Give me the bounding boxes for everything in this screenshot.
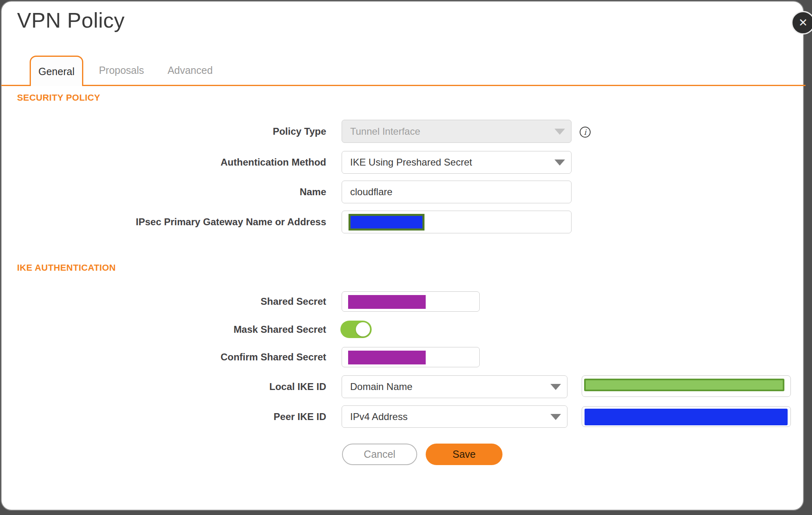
mask-shared-secret-toggle[interactable] — [340, 321, 372, 338]
name-value: cloudflare — [350, 186, 392, 198]
policy-type-label: Policy Type — [57, 120, 326, 143]
save-button[interactable]: Save — [426, 444, 502, 465]
mask-shared-secret-label: Mask Shared Secret — [57, 321, 326, 338]
close-icon: ✕ — [799, 16, 808, 29]
chevron-down-icon — [554, 129, 565, 135]
cancel-button-label: Cancel — [364, 448, 396, 460]
info-icon[interactable]: i — [580, 127, 591, 138]
peer-ike-id-label: Peer IKE ID — [57, 405, 326, 428]
tab-general[interactable]: General — [30, 56, 83, 86]
shared-secret-input[interactable] — [342, 291, 480, 312]
peer-ike-id-select[interactable]: IPv4 Address — [342, 405, 567, 428]
section-ike-authentication: IKE AUTHENTICATION — [17, 263, 116, 273]
gateway-label: IPsec Primary Gateway Name or Address — [57, 211, 326, 233]
shared-secret-label: Shared Secret — [57, 291, 326, 312]
peer-ike-id-value: IPv4 Address — [350, 411, 407, 422]
peer-ike-id-redaction-box — [585, 409, 788, 425]
confirm-shared-secret-input[interactable] — [342, 347, 480, 367]
name-label: Name — [57, 181, 326, 203]
local-ike-id-value: Domain Name — [350, 381, 412, 392]
chevron-down-icon — [554, 159, 565, 166]
confirm-shared-secret-label: Confirm Shared Secret — [57, 347, 326, 367]
tab-proposals-label: Proposals — [99, 65, 144, 76]
local-ike-id-redaction-box — [584, 379, 784, 391]
page-title: VPN Policy — [17, 8, 125, 32]
local-ike-id-label: Local IKE ID — [57, 375, 326, 398]
chevron-down-icon — [550, 414, 561, 420]
close-button[interactable]: ✕ — [791, 11, 812, 34]
tab-general-label: General — [39, 66, 75, 78]
auth-method-select[interactable]: IKE Using Preshared Secret — [342, 151, 572, 174]
cancel-button[interactable]: Cancel — [342, 444, 417, 465]
tab-advanced[interactable]: Advanced — [163, 60, 217, 80]
local-ike-id-value-input[interactable] — [582, 375, 791, 397]
shared-secret-redaction-box — [348, 295, 426, 309]
confirm-shared-secret-redaction-box — [348, 351, 426, 364]
auth-method-value: IKE Using Preshared Secret — [350, 157, 472, 168]
auth-method-label: Authentication Method — [57, 151, 326, 174]
name-input[interactable]: cloudflare — [342, 181, 572, 203]
policy-type-value: Tunnel Interface — [350, 126, 420, 137]
policy-type-select: Tunnel Interface — [342, 120, 572, 143]
tab-proposals[interactable]: Proposals — [95, 60, 148, 80]
peer-ike-id-value-input[interactable] — [582, 406, 791, 427]
gateway-input[interactable] — [342, 211, 572, 233]
chevron-down-icon — [550, 384, 561, 390]
toggle-knob — [356, 322, 370, 336]
save-button-label: Save — [453, 448, 476, 460]
tab-underline — [1, 85, 806, 86]
gateway-redaction-box — [349, 214, 424, 231]
section-security-policy: SECURITY POLICY — [17, 93, 100, 103]
tab-advanced-label: Advanced — [167, 65, 212, 76]
local-ike-id-select[interactable]: Domain Name — [342, 375, 567, 398]
